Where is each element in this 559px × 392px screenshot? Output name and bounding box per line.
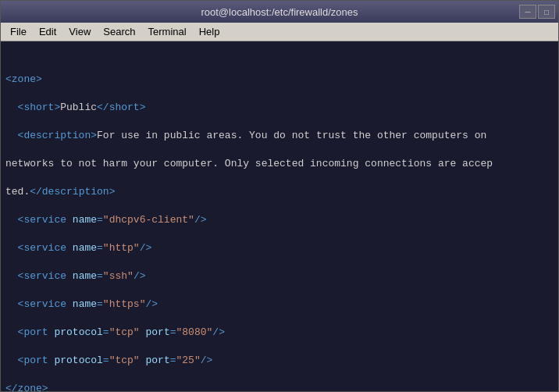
menu-help[interactable]: Help xyxy=(193,24,226,39)
line-8: <service name="http"/> xyxy=(5,241,554,255)
window-controls: ─ □ xyxy=(519,5,555,19)
line-10: <service name="https"/> xyxy=(5,298,554,312)
line-2: <zone> xyxy=(5,73,554,87)
line-13: </zone> xyxy=(5,382,554,391)
line-5: networks to not harm your computer. Only… xyxy=(5,157,554,171)
maximize-button[interactable]: □ xyxy=(538,5,555,19)
line-4: <description>For use in public areas. Yo… xyxy=(5,129,554,143)
menu-terminal[interactable]: Terminal xyxy=(142,24,193,39)
menu-view[interactable]: View xyxy=(62,24,97,39)
line-9: <service name="ssh"/> xyxy=(5,269,554,283)
menu-search[interactable]: Search xyxy=(97,24,141,39)
menu-bar: File Edit View Search Terminal Help xyxy=(1,23,558,41)
line-11: <port protocol="tcp" port="8080"/> xyxy=(5,326,554,340)
line-6: ted.</description> xyxy=(5,185,554,199)
minimize-button[interactable]: ─ xyxy=(519,5,536,19)
editor-area[interactable]: <zone> <short>Public</short> <descriptio… xyxy=(1,41,558,391)
terminal-window: root@localhost:/etc/firewalld/zones ─ □ … xyxy=(0,0,559,392)
menu-file[interactable]: File xyxy=(4,24,33,39)
line-12: <port protocol="tcp" port="25"/> xyxy=(5,354,554,368)
menu-edit[interactable]: Edit xyxy=(33,24,62,39)
window-title: root@localhost:/etc/firewalld/zones xyxy=(201,6,358,18)
line-7: <service name="dhcpv6-client"/> xyxy=(5,213,554,227)
line-3: <short>Public</short> xyxy=(5,101,554,115)
title-bar: root@localhost:/etc/firewalld/zones ─ □ xyxy=(1,1,558,23)
